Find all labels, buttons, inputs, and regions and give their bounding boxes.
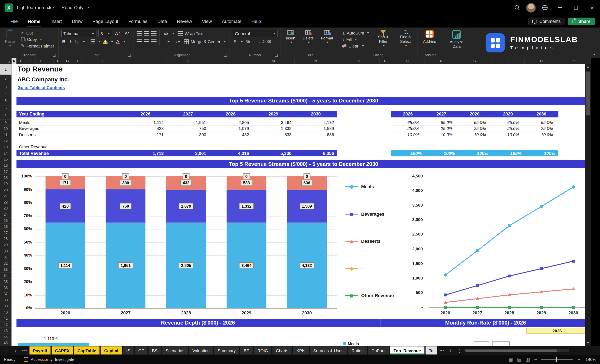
font-color-button[interactable]: A	[115, 39, 120, 44]
copy-button[interactable]: Copy	[20, 36, 55, 42]
decrease-font-button[interactable]: A▼	[123, 31, 131, 36]
row-header-27[interactable]: 27	[0, 230, 11, 236]
document-title[interactable]: high-tea-room.xlsx - Read-Only	[17, 5, 90, 10]
row-header-38[interactable]: 38	[0, 297, 11, 303]
row-header-17[interactable]: 17	[0, 169, 11, 175]
share-button[interactable]: Share	[568, 18, 595, 25]
sheet-tab-top-revenue[interactable]: Top_Revenue	[390, 346, 424, 355]
column-header-J[interactable]: J	[124, 58, 167, 64]
normal-view-icon[interactable]: ▦	[509, 357, 513, 362]
row-header-15[interactable]: 15	[0, 156, 11, 163]
column-header-D[interactable]: D	[36, 58, 45, 64]
row-header-25[interactable]: 25	[0, 218, 11, 224]
row-header-40[interactable]: 40	[0, 309, 11, 315]
column-header-K[interactable]: K	[167, 58, 209, 64]
column-header-O[interactable]: O	[337, 58, 380, 64]
sheet-tab-dupont[interactable]: DuPont	[368, 346, 389, 355]
fill-color-button[interactable]: ◆	[103, 39, 108, 44]
align-bottom-button[interactable]	[151, 31, 157, 36]
new-sheet-button[interactable]: +	[447, 348, 454, 353]
page-break-view-icon[interactable]: ▥	[525, 357, 530, 362]
sheet-tab-is[interactable]: IS	[123, 346, 134, 355]
sheet-tab-valuation[interactable]: Valuation	[189, 346, 213, 355]
globe-icon[interactable]	[538, 0, 552, 15]
row-header-43[interactable]: 43	[0, 328, 11, 334]
increase-indent-button[interactable]: →≡	[173, 39, 181, 44]
row-header-4[interactable]: 4	[0, 91, 11, 96]
accounting-format-button[interactable]: $	[233, 39, 237, 44]
percent-style-button[interactable]: %	[245, 39, 251, 44]
row-header-1[interactable]: 1	[0, 64, 11, 75]
sheet-tab-charts[interactable]: Charts	[272, 346, 292, 355]
excel-app-icon[interactable]: X	[5, 3, 13, 12]
sheet-tab-bs[interactable]: BS	[149, 346, 161, 355]
merge-center-button[interactable]: Merge & Center	[183, 38, 227, 45]
row-header-41[interactable]: 41	[0, 315, 11, 322]
row-header-18[interactable]: 18	[0, 175, 11, 181]
maximize-button[interactable]	[568, 0, 584, 15]
increase-font-button[interactable]: A▲	[114, 31, 122, 36]
row-header-6[interactable]: 6	[0, 106, 11, 111]
clear-button[interactable]: Clear	[341, 42, 371, 49]
page-layout-view-icon[interactable]: ▤	[517, 357, 521, 362]
row-header-28[interactable]: 28	[0, 236, 11, 242]
clipboard-dialog-launcher[interactable]	[53, 54, 56, 57]
menu-tab-review[interactable]: Review	[172, 15, 197, 27]
menu-tab-file[interactable]: File	[5, 15, 23, 27]
row-header-23[interactable]: 23	[0, 205, 11, 211]
column-header-R[interactable]: R	[425, 58, 458, 64]
sheet-tab-payroll[interactable]: Payroll	[29, 346, 50, 355]
column-header-F[interactable]: F	[54, 58, 63, 64]
column-header-U[interactable]: U	[525, 58, 558, 64]
font-size-select[interactable]: 8	[98, 30, 112, 37]
sheet-tab-to[interactable]: To	[425, 346, 437, 355]
sheet-tab-roic[interactable]: ROIC	[254, 346, 271, 355]
menu-tab-draw[interactable]: Draw	[67, 15, 87, 27]
row-header-10[interactable]: 10	[0, 126, 11, 132]
minimize-button[interactable]	[552, 0, 568, 15]
sheet-tab-summary[interactable]: Summary	[214, 346, 239, 355]
insert-cells-button[interactable]: Insert	[283, 29, 298, 43]
autosum-button[interactable]: ΣAutoSum	[341, 29, 371, 36]
column-header-S[interactable]: S	[458, 58, 491, 64]
row-header-39[interactable]: 39	[0, 303, 11, 309]
sheet-tab-capex[interactable]: CAPEX	[51, 346, 73, 355]
vertical-scroll-thumb[interactable]	[586, 72, 590, 116]
row-header-33[interactable]: 33	[0, 266, 11, 273]
row-header-14[interactable]: 14	[0, 150, 11, 156]
sheet-tab-capital[interactable]: Capital	[101, 346, 122, 355]
menu-tab-automate[interactable]: Automate	[217, 15, 246, 27]
row-header-42[interactable]: 42	[0, 322, 11, 328]
tabs-overflow-left-icon[interactable]: •••	[21, 348, 28, 353]
cut-button[interactable]: ✂Cut	[20, 29, 55, 36]
align-left-button[interactable]	[137, 39, 142, 44]
row-header-24[interactable]: 24	[0, 211, 11, 218]
orientation-button[interactable]: ab	[162, 31, 169, 36]
row-header-29[interactable]: 29	[0, 242, 11, 248]
column-header-Q[interactable]: Q	[391, 58, 425, 64]
comma-style-button[interactable]: ,	[253, 39, 257, 44]
increase-decimal-button[interactable]: ←.0	[258, 40, 264, 44]
sheet-tab-cf[interactable]: CF	[135, 346, 147, 355]
grid-canvas[interactable]: Top Revenue ABC Company Inc. Go to Table…	[11, 64, 585, 346]
tab-options-icon[interactable]: ⋮	[456, 348, 463, 353]
row-header-16[interactable]: 16	[0, 163, 11, 169]
analyze-data-button[interactable]: Analyze Data	[446, 29, 467, 49]
close-button[interactable]: ×	[584, 0, 600, 15]
toc-link[interactable]: Go to Table of Contents	[18, 85, 65, 90]
zoom-slider[interactable]	[541, 359, 573, 360]
row-header-13[interactable]: 13	[0, 144, 11, 150]
delete-cells-button[interactable]: Delete	[300, 29, 316, 43]
row-header-37[interactable]: 37	[0, 291, 11, 297]
alignment-dialog-launcher[interactable]	[224, 54, 227, 57]
column-header-M[interactable]: M	[252, 58, 295, 64]
column-header-H[interactable]: H	[72, 58, 82, 64]
format-painter-button[interactable]: ✎Format Painter	[20, 42, 55, 49]
column-header-T[interactable]: T	[491, 58, 525, 64]
row-header-2[interactable]: 2	[0, 75, 11, 83]
underline-button[interactable]: U	[74, 39, 80, 44]
collapse-ribbon-button[interactable]	[593, 54, 595, 55]
sheet-tab-scenarios[interactable]: Scenarios	[162, 346, 188, 355]
format-cells-button[interactable]: Format	[319, 29, 335, 43]
sheet-tab-sources-uses[interactable]: Sources & Uses	[310, 346, 347, 355]
